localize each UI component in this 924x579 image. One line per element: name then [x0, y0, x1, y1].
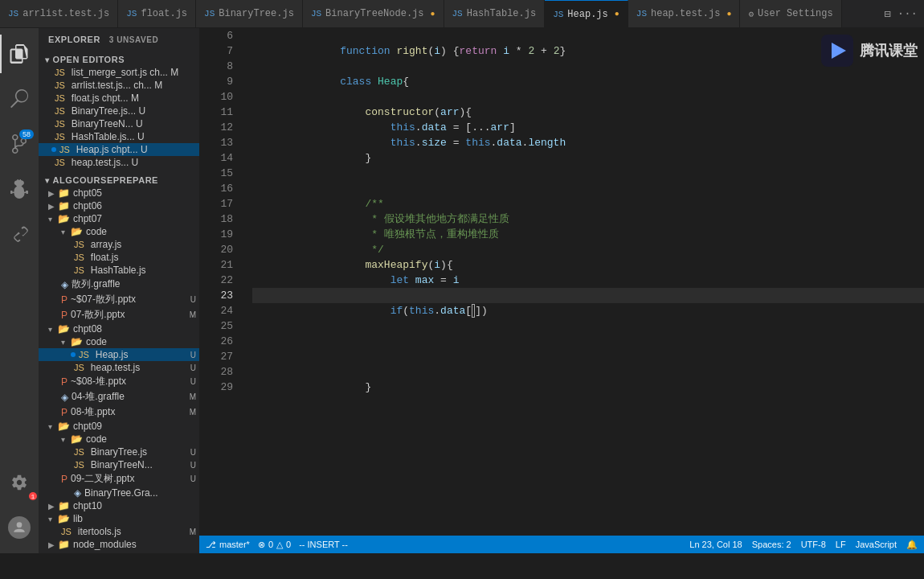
tab-float[interactable]: JS float.js [118, 0, 196, 27]
open-file-arrlist[interactable]: JS arrlist.test.js... ch... M [39, 79, 199, 92]
folder-chpt09-code[interactable]: ▾ 📂 code [39, 433, 199, 446]
filename: BinaryTree.js [91, 446, 147, 458]
file-07-pptx-tilde[interactable]: P ~$07-散列.pptx U [39, 292, 199, 307]
folder-name: chpt10 [73, 500, 102, 511]
folder-chpt05[interactable]: ▶ 📁 chpt05 [39, 187, 199, 199]
tab-hashtable[interactable]: JS HashTable.js [444, 0, 546, 27]
filename: heap.test.js... U [72, 157, 138, 168]
project-chevron: ▾ [45, 176, 50, 185]
file-heap-test[interactable]: JS heap.test.js U [39, 361, 199, 374]
node-modules-chevron: ▶ [48, 540, 58, 549]
error-count: 0 [268, 540, 273, 549]
file-binarytreenode-js[interactable]: JS BinaryTreeN... U [39, 458, 199, 471]
folder-chpt08[interactable]: ▾ 📂 chpt08 [39, 322, 199, 335]
filename: itertools.js [78, 526, 121, 537]
tab-heap-test[interactable]: JS heap.test.js [628, 0, 741, 27]
activity-search[interactable] [0, 80, 39, 118]
filename: 散列.graffle [72, 277, 120, 291]
chpt10-chevron: ▶ [48, 502, 58, 511]
js-icon: JS [55, 132, 65, 142]
branch-icon: ⎇ [206, 540, 216, 550]
cursor-position-status[interactable]: Ln 23, Col 18 [689, 540, 742, 549]
activity-debug[interactable] [0, 170, 39, 208]
more-actions-button[interactable]: ··· [897, 7, 918, 20]
folder-lib[interactable]: ▾ 📂 lib [39, 512, 199, 525]
tab-heap[interactable]: JS Heap.js [545, 0, 628, 27]
folder-chpt07-code[interactable]: ▾ 📂 code [39, 225, 199, 238]
line-numbers: 6 7 8 9 10 11 12 13 14 15 16 17 18 19 [199, 28, 239, 536]
file-sanlie-graffle[interactable]: ◈ 散列.graffle [39, 277, 199, 292]
git-branch-status[interactable]: ⎇ master* [206, 540, 250, 550]
spaces-status[interactable]: Spaces: 2 [752, 540, 791, 549]
open-file-hashtable[interactable]: JS HashTable.js... U [39, 130, 199, 143]
file-binarytree-graffle[interactable]: ◈ BinaryTree.Gra... [39, 487, 199, 499]
chpt05-chevron: ▶ [48, 189, 58, 198]
folder-name: code [86, 226, 107, 237]
graffle-icon: ◈ [61, 279, 68, 290]
line-num-11: 11 [199, 105, 233, 120]
open-file-binarytreenode[interactable]: JS BinaryTreeN... U [39, 117, 199, 130]
file-array-js[interactable]: JS array.js [39, 238, 199, 251]
filename: BinaryTree.js... U [72, 105, 145, 117]
file-07-pptx[interactable]: P 07-散列.pptx M [39, 307, 199, 322]
split-editor-button[interactable]: ⊟ [884, 7, 890, 21]
folder-chpt10[interactable]: ▶ 📁 chpt10 [39, 499, 199, 512]
folder-chpt06[interactable]: ▶ 📁 chpt06 [39, 199, 199, 212]
filename: ~$07-散列.pptx [71, 293, 136, 306]
filename: array.js [91, 239, 121, 250]
project-header[interactable]: ▾ ALGCOURSEPREPARE [39, 174, 199, 187]
open-file-heap[interactable]: JS Heap.js chpt... U [39, 143, 199, 156]
warning-count: 0 [286, 540, 291, 549]
avatar-button[interactable] [0, 508, 39, 547]
tab-binarytree[interactable]: JS BinaryTree.js [196, 0, 303, 27]
tab-user-settings[interactable]: ⚙ User Settings [740, 0, 841, 27]
svg-point-0 [17, 522, 22, 528]
open-file-list-merge[interactable]: JS list_merge_sort.js ch... M [39, 66, 199, 79]
activity-source-control[interactable]: 58 [0, 125, 39, 163]
file-float-js[interactable]: JS float.js [39, 251, 199, 264]
line-num-25: 25 [199, 318, 233, 334]
file-binarytree-js[interactable]: JS BinaryTree.js U [39, 446, 199, 458]
folder-chpt08-code[interactable]: ▾ 📂 code [39, 335, 199, 348]
tab-icon: JS [204, 9, 215, 18]
file-09-pptx[interactable]: P 09-二叉树.pptx U [39, 471, 199, 487]
open-file-binarytree[interactable]: JS BinaryTree.js... U [39, 105, 199, 117]
notification-badge: 1 [29, 492, 37, 500]
folder-node-modules[interactable]: ▶ 📁 node_modules [39, 538, 199, 551]
activity-explorer[interactable] [0, 35, 39, 73]
encoding-status[interactable]: UTF-8 [801, 540, 826, 549]
language-status[interactable]: JavaScript [856, 540, 897, 549]
code-content[interactable]: function right(i) {return i * 2 + 2} cla… [239, 28, 924, 536]
file-heap-js[interactable]: JS Heap.js U [39, 348, 199, 361]
file-04-graffle[interactable]: ◈ 04-堆.graffle M [39, 389, 199, 404]
settings-icon: ⚙ [748, 9, 754, 19]
code-line-28: } [252, 364, 924, 380]
open-file-float[interactable]: JS float.js chpt... M [39, 92, 199, 105]
tab-arrlist[interactable]: JS arrlist.test.js [0, 0, 118, 27]
filename: float.js chpt... M [72, 92, 139, 104]
folder-chpt09[interactable]: ▾ 📂 chpt09 [39, 420, 199, 433]
file-08-pptx-tilde[interactable]: P ~$08-堆.pptx U [39, 374, 199, 389]
open-editors-header[interactable]: ▾ OPEN EDITORS [39, 53, 199, 66]
tab-binarytreenode[interactable]: JS BinaryTreeNode.js [303, 0, 444, 27]
tab-bar: JS arrlist.test.js JS float.js JS Binary… [0, 0, 924, 28]
file-itertools-js[interactable]: JS itertools.js M [39, 525, 199, 538]
filename: arrlist.test.js... ch... M [72, 80, 162, 91]
file-08-pptx[interactable]: P 08-堆.pptx M [39, 404, 199, 420]
code-editor[interactable]: 腾讯课堂 6 7 8 9 10 11 12 13 14 15 16 [199, 28, 924, 536]
error-status[interactable]: ⊗ 0 △ 0 [258, 540, 291, 550]
chpt06-chevron: ▶ [48, 202, 58, 211]
open-file-heap-test[interactable]: JS heap.test.js... U [39, 156, 199, 169]
folder-chpt07[interactable]: ▾ 📂 chpt07 [39, 212, 199, 225]
line-num-7: 7 [199, 43, 233, 59]
folder-name: node_modules [73, 539, 137, 550]
folder-icon: 📁 [58, 187, 70, 199]
pptx-icon: P [61, 376, 67, 388]
activity-settings[interactable]: 1 [0, 463, 39, 502]
tencent-play-button[interactable] [821, 35, 853, 67]
activity-extensions[interactable] [0, 215, 39, 253]
line-ending-status[interactable]: LF [836, 540, 846, 549]
line-num-9: 9 [199, 74, 233, 89]
notification-bell[interactable]: 🔔 [906, 540, 918, 550]
file-hashtable-js[interactable]: JS HashTable.js [39, 264, 199, 277]
